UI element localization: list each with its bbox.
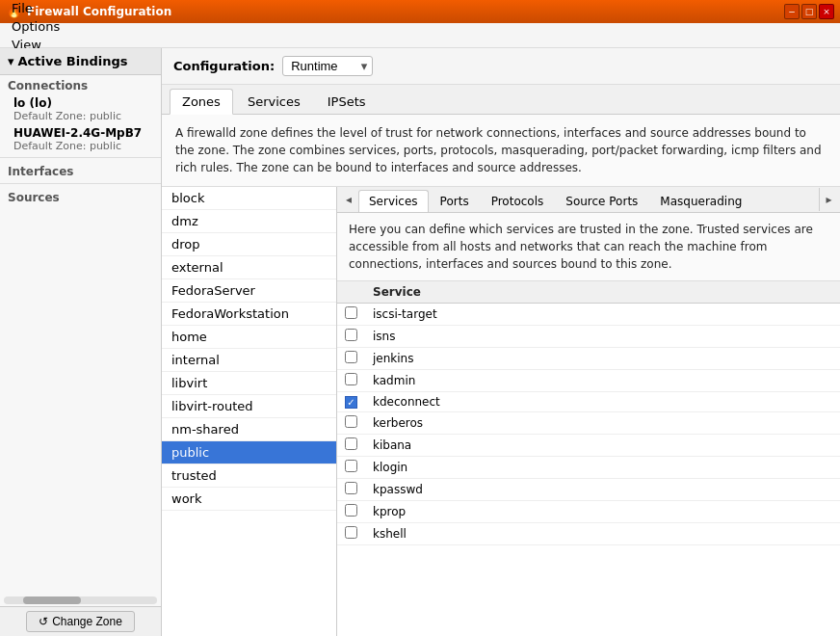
- config-header: Configuration: RuntimePermanent: [162, 48, 840, 85]
- right-panel: ◂ ServicesPortsProtocolsSource PortsMasq…: [337, 187, 840, 636]
- service-table: Service iscsi-targetisnsjenkinskadmin✓kd…: [337, 281, 840, 545]
- zone-item-FedoraServer[interactable]: FedoraServer: [162, 279, 336, 303]
- runtime-select-wrapper: RuntimePermanent: [282, 56, 373, 76]
- sub-tab-source_ports[interactable]: Source Ports: [555, 190, 648, 212]
- service-name: jenkins: [365, 348, 840, 370]
- service-checkbox[interactable]: [345, 306, 357, 319]
- service-row: klogin: [337, 457, 840, 479]
- service-checkbox[interactable]: [345, 329, 357, 341]
- zone-item-libvirt-routed[interactable]: libvirt-routed: [162, 395, 336, 418]
- sources-label: Sources: [0, 187, 161, 206]
- service-row: kibana: [337, 435, 840, 457]
- zone-panel: blockdmzdropexternalFedoraServerFedoraWo…: [162, 187, 840, 636]
- service-name: kdeconnect: [365, 392, 840, 412]
- zone-item-nm-shared[interactable]: nm-shared: [162, 418, 336, 441]
- active-bindings-chevron[interactable]: ▾: [8, 54, 14, 68]
- change-zone-icon: ↺: [39, 615, 48, 628]
- service-checkbox[interactable]: [345, 460, 357, 472]
- connections-label: Connections: [0, 75, 161, 94]
- sub-tab-ports[interactable]: Ports: [430, 190, 480, 212]
- top-tab-services[interactable]: Services: [235, 89, 313, 114]
- zone-item-work[interactable]: work: [162, 488, 336, 511]
- sub-tabs-left-arrow[interactable]: ◂: [339, 188, 358, 211]
- service-row: iscsi-target: [337, 304, 840, 326]
- service-name: kshell: [365, 523, 840, 545]
- service-tbody: iscsi-targetisnsjenkinskadmin✓kdeconnect…: [337, 304, 840, 545]
- service-name: kerberos: [365, 412, 840, 435]
- zone-item-block[interactable]: block: [162, 187, 336, 210]
- config-label: Configuration:: [173, 59, 275, 73]
- service-row: kpasswd: [337, 479, 840, 501]
- service-checkbox[interactable]: [345, 504, 357, 517]
- service-checkbox[interactable]: [345, 351, 357, 363]
- interfaces-label: Interfaces: [0, 161, 161, 180]
- zone-item-public[interactable]: public: [162, 441, 336, 464]
- top-tab-zones[interactable]: Zones: [170, 89, 233, 115]
- runtime-select[interactable]: RuntimePermanent: [282, 56, 373, 76]
- service-checkbox[interactable]: [345, 526, 357, 539]
- zone-description: A firewalld zone defines the level of tr…: [162, 115, 840, 187]
- service-row: isns: [337, 326, 840, 348]
- minimize-button[interactable]: −: [784, 4, 800, 19]
- sub-tabs-right-arrow[interactable]: ▸: [819, 188, 838, 211]
- service-row: ✓kdeconnect: [337, 392, 840, 412]
- service-checkbox-checked[interactable]: ✓: [345, 396, 357, 409]
- menubar: FileOptionsViewHelp: [0, 23, 840, 48]
- menu-item-file[interactable]: File: [4, 0, 67, 17]
- sub-tab-masquerading[interactable]: Masquerading: [649, 190, 752, 212]
- service-name: klogin: [365, 457, 840, 479]
- sidebar-scroll: Connections lo (lo)Default Zone: publicH…: [0, 75, 161, 595]
- top-tabs: ZonesServicesIPSets: [162, 85, 840, 115]
- connection-item[interactable]: HUAWEI-2.4G-MpB7Default Zone: public: [0, 124, 161, 154]
- sidebar-header: ▾ Active Bindings: [0, 48, 161, 75]
- service-name: kpasswd: [365, 479, 840, 501]
- sub-tab-services[interactable]: Services: [358, 190, 429, 212]
- service-row: kerberos: [337, 412, 840, 435]
- connection-item[interactable]: lo (lo)Default Zone: public: [0, 94, 161, 124]
- zone-item-dmz[interactable]: dmz: [162, 210, 336, 233]
- service-name: kadmin: [365, 370, 840, 392]
- service-description: Here you can define which services are t…: [337, 213, 840, 281]
- sidebar-footer: ↺ Change Zone: [0, 606, 161, 636]
- zone-item-FedoraWorkstation[interactable]: FedoraWorkstation: [162, 303, 336, 326]
- content-area: Configuration: RuntimePermanent ZonesSer…: [162, 48, 840, 636]
- zone-item-internal[interactable]: internal: [162, 349, 336, 372]
- service-name: kprop: [365, 501, 840, 523]
- change-zone-label: Change Zone: [52, 615, 122, 628]
- close-button[interactable]: ×: [819, 4, 834, 19]
- maximize-button[interactable]: □: [801, 4, 817, 19]
- service-row: kprop: [337, 501, 840, 523]
- service-row: kshell: [337, 523, 840, 545]
- change-zone-button[interactable]: ↺ Change Zone: [26, 611, 135, 632]
- service-checkbox[interactable]: [345, 415, 357, 428]
- main-layout: ▾ Active Bindings Connections lo (lo)Def…: [0, 48, 840, 636]
- service-name: kibana: [365, 435, 840, 457]
- service-checkbox[interactable]: [345, 482, 357, 494]
- zone-item-external[interactable]: external: [162, 256, 336, 279]
- sidebar: ▾ Active Bindings Connections lo (lo)Def…: [0, 48, 162, 636]
- service-checkbox[interactable]: [345, 373, 357, 385]
- service-col-header: Service: [365, 281, 840, 304]
- active-bindings-label: Active Bindings: [18, 54, 128, 68]
- zone-item-trusted[interactable]: trusted: [162, 464, 336, 488]
- menu-item-options[interactable]: Options: [4, 17, 67, 36]
- sub-tabs-container: ◂ ServicesPortsProtocolsSource PortsMasq…: [337, 187, 840, 213]
- sub-tabs: ServicesPortsProtocolsSource PortsMasque…: [358, 187, 819, 212]
- zone-item-libvirt[interactable]: libvirt: [162, 372, 336, 395]
- zone-list: blockdmzdropexternalFedoraServerFedoraWo…: [162, 187, 337, 636]
- service-name: isns: [365, 326, 840, 348]
- zone-item-home[interactable]: home: [162, 326, 336, 349]
- zone-item-drop[interactable]: drop: [162, 233, 336, 256]
- titlebar: 🔥 Firewall Configuration − □ ×: [0, 0, 840, 23]
- service-row: kadmin: [337, 370, 840, 392]
- sidebar-scrollbar[interactable]: [4, 596, 157, 604]
- top-tab-ipsets[interactable]: IPSets: [315, 89, 379, 114]
- service-checkbox[interactable]: [345, 437, 357, 450]
- wm-buttons: − □ ×: [784, 4, 834, 19]
- service-name: iscsi-target: [365, 304, 840, 326]
- sub-tab-protocols[interactable]: Protocols: [481, 190, 555, 212]
- sidebar-connections: lo (lo)Default Zone: publicHUAWEI-2.4G-M…: [0, 94, 161, 154]
- service-list-container: Service iscsi-targetisnsjenkinskadmin✓kd…: [337, 281, 840, 636]
- service-row: jenkins: [337, 348, 840, 370]
